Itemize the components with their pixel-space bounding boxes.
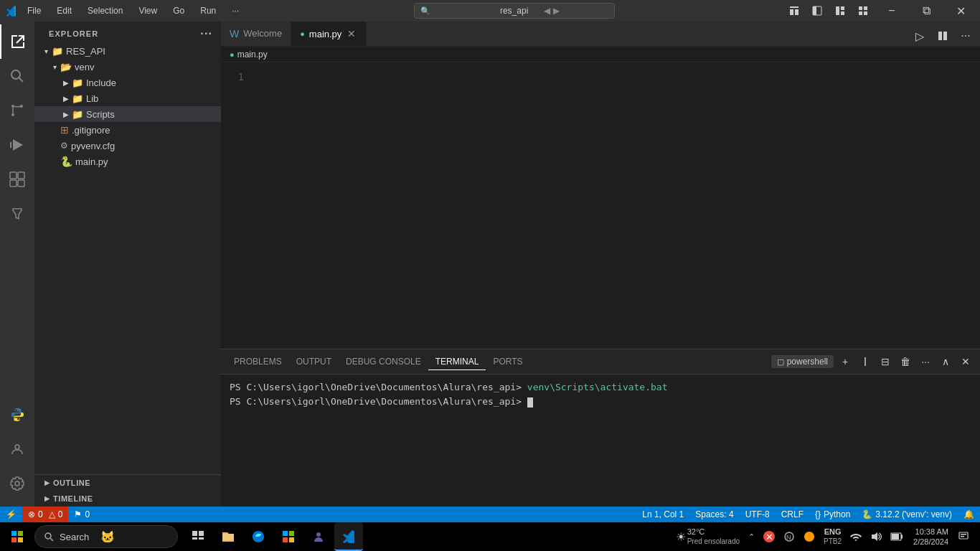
menu-file[interactable]: File: [22, 4, 47, 17]
tree-item-pyvenv[interactable]: ⚙ pyvenv.cfg: [34, 138, 221, 154]
taskbar-file-explorer[interactable]: [214, 522, 242, 551]
notification-center[interactable]: [956, 522, 971, 551]
menu-view[interactable]: View: [133, 4, 163, 17]
activity-debug[interactable]: [0, 128, 34, 162]
activity-source-control[interactable]: [0, 93, 34, 128]
tab-mainpy[interactable]: ● main.py ✕: [291, 22, 367, 46]
tray-network[interactable]: [847, 522, 864, 551]
status-remote[interactable]: ⚡: [0, 507, 22, 522]
nav-back[interactable]: ◀: [544, 6, 550, 16]
sidebar: EXPLORER ··· ▾ 📁 RES_API ▾ 📂 venv ▶ 📁 In…: [34, 22, 221, 507]
tray-notify[interactable]: ✕: [760, 522, 778, 551]
eol-text: CRLF: [781, 509, 804, 519]
activity-python[interactable]: [0, 397, 34, 432]
tree-label-scripts: Scripts: [86, 109, 221, 120]
terminal-add-button[interactable]: +: [837, 353, 854, 370]
status-bell[interactable]: 🔔: [958, 507, 980, 522]
terminal-layout-button[interactable]: ⊟: [877, 353, 894, 370]
layout-icon[interactable]: [783, 0, 805, 22]
taskbar-search-bar[interactable]: Search 🐱: [34, 525, 178, 548]
run-button[interactable]: ▷: [910, 26, 930, 46]
activity-testing[interactable]: [0, 197, 34, 231]
activity-explorer[interactable]: [0, 24, 34, 59]
term-tab-problems[interactable]: PROBLEMS: [227, 354, 289, 369]
menu-edit[interactable]: Edit: [51, 4, 77, 17]
svg-rect-49: [901, 534, 903, 539]
tree-item-lib[interactable]: ▶ 📁 Lib: [34, 90, 221, 106]
tray-volume[interactable]: [867, 522, 885, 551]
tree-item-venv[interactable]: ▾ 📂 venv: [34, 59, 221, 75]
status-position[interactable]: Ln 1, Col 1: [636, 507, 689, 522]
svg-text:N: N: [786, 534, 791, 541]
taskbar-edge[interactable]: [244, 522, 273, 551]
language-indicator[interactable]: ENG PTB2: [821, 522, 844, 551]
menu-go[interactable]: Go: [167, 4, 190, 17]
start-button[interactable]: [3, 522, 32, 551]
section-timeline[interactable]: ▶ TIMELINE: [34, 491, 221, 507]
menu-more[interactable]: ···: [226, 4, 245, 17]
terminal-split-button[interactable]: [857, 353, 874, 370]
tree-item-mainpy[interactable]: 🐍 main.py: [34, 154, 221, 169]
term-tab-terminal[interactable]: TERMINAL: [428, 354, 486, 370]
tree-item-scripts[interactable]: ▶ 📁 Scripts: [34, 106, 221, 122]
tree-item-include[interactable]: ▶ 📁 Include: [34, 75, 221, 90]
taskbar-teams[interactable]: [304, 522, 333, 551]
activity-extensions[interactable]: [0, 162, 34, 197]
menu-run[interactable]: Run: [194, 4, 222, 17]
status-encoding[interactable]: UTF-8: [740, 507, 776, 522]
tray-battery[interactable]: [887, 522, 906, 551]
split-editor-button[interactable]: [933, 26, 953, 46]
tray-chevron[interactable]: ⌃: [745, 522, 758, 551]
activity-search[interactable]: [0, 59, 34, 93]
terminal-more-button[interactable]: ···: [917, 353, 934, 370]
status-eol[interactable]: CRLF: [776, 507, 809, 522]
status-language[interactable]: {} Python: [809, 507, 856, 522]
taskbar-vscode[interactable]: [334, 522, 363, 551]
file-tree: ▾ 📁 RES_API ▾ 📂 venv ▶ 📁 Include ▶ 📁 Lib: [34, 43, 221, 474]
more-actions-button[interactable]: ···: [956, 26, 976, 46]
tray-ext1[interactable]: N: [781, 522, 798, 551]
svg-rect-5: [836, 6, 839, 15]
code-content[interactable]: [250, 62, 980, 349]
term-tab-output[interactable]: OUTPUT: [289, 354, 339, 369]
terminal-close-button[interactable]: ✕: [957, 353, 974, 370]
close-button[interactable]: ✕: [944, 0, 977, 22]
powershell-label: powershell: [787, 357, 828, 367]
minimize-button[interactable]: −: [875, 0, 908, 22]
notification-bell-icon: 🔔: [963, 509, 974, 519]
activity-account[interactable]: [0, 432, 34, 466]
menu-selection[interactable]: Selection: [82, 4, 128, 17]
status-notifications[interactable]: ⚑ 0: [68, 507, 95, 522]
term-tab-debug-console[interactable]: DEBUG CONSOLE: [339, 354, 428, 369]
system-clock[interactable]: 10:38 AM 2/28/2024: [909, 522, 953, 551]
sidebar-more-button[interactable]: ···: [200, 27, 212, 40]
activity-settings[interactable]: [0, 466, 34, 501]
taskbar-store[interactable]: [274, 522, 303, 551]
grid-icon[interactable]: [852, 0, 874, 22]
tab-welcome-label: Welcome: [243, 28, 282, 39]
layout2-icon[interactable]: [806, 0, 828, 22]
restore-button[interactable]: ⧉: [910, 0, 943, 22]
global-search-bar[interactable]: 🔍 res_api ◀ ▶: [414, 3, 615, 19]
svg-point-45: [804, 532, 814, 542]
status-errors[interactable]: ⊗ 0 △ 0: [22, 507, 68, 522]
nav-forward[interactable]: ▶: [553, 6, 560, 16]
tab-mainpy-close[interactable]: ✕: [346, 28, 357, 39]
weather-widget[interactable]: ☀ 32°C Pred ensolarado: [673, 522, 743, 551]
section-outline[interactable]: ▶ OUTLINE: [34, 475, 221, 491]
tray-ext2[interactable]: [801, 522, 818, 551]
term-tab-ports[interactable]: PORTS: [486, 354, 529, 369]
status-python-version[interactable]: 🐍 3.12.2 ('venv': venv): [856, 507, 958, 522]
terminal-content[interactable]: PS C:\Users\igorl\OneDrive\Documentos\Al…: [221, 375, 980, 507]
layout3-icon[interactable]: [829, 0, 851, 22]
taskbar: Search 🐱 ☀ 32°C Pred ensolarado: [0, 522, 980, 551]
status-spaces[interactable]: Spaces: 4: [689, 507, 739, 522]
terminal-trash-button[interactable]: 🗑: [897, 353, 914, 370]
svg-rect-41: [289, 537, 294, 542]
tab-welcome[interactable]: W Welcome: [221, 22, 291, 46]
tree-item-res_api[interactable]: ▾ 📁 RES_API: [34, 43, 221, 59]
taskbar-taskview[interactable]: [184, 522, 212, 551]
tree-item-gitignore[interactable]: ⊞ .gitignore: [34, 122, 221, 138]
terminal-maximize-button[interactable]: ∧: [937, 353, 954, 370]
svg-point-24: [15, 481, 19, 486]
